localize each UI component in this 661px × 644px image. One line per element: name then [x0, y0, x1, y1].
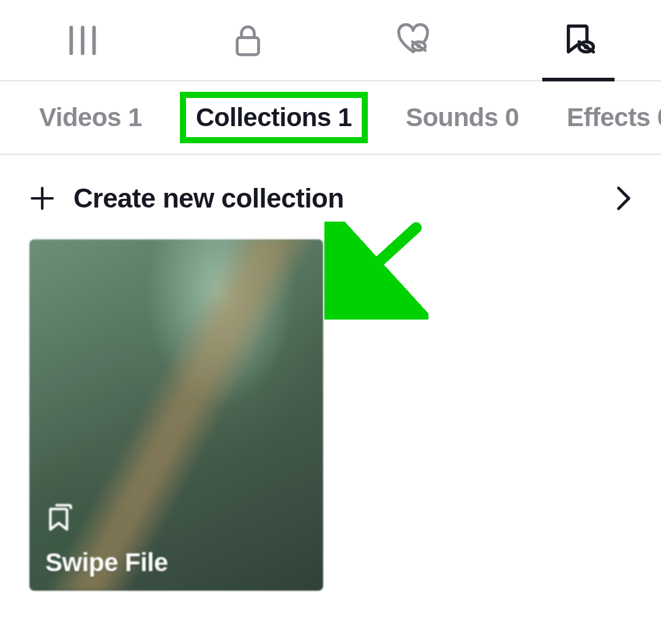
profile-content-tabs	[0, 0, 661, 81]
sub-tab-label: Videos	[39, 103, 121, 132]
sub-tab-collections[interactable]: Collections 1	[180, 92, 368, 143]
bookmark-hidden-icon	[561, 23, 596, 58]
create-collection-left: Create new collection	[29, 183, 344, 214]
sub-tab-label: Collections	[196, 103, 331, 132]
chevron-right-icon	[616, 185, 632, 211]
sub-tab-count: 1	[128, 103, 142, 132]
bookmark-stack-icon	[45, 501, 168, 532]
collection-card[interactable]: Swipe File	[29, 239, 323, 591]
sub-tab-count: 0	[505, 103, 519, 132]
create-collection-button[interactable]: Create new collection	[0, 155, 661, 239]
tab-liked[interactable]	[330, 0, 496, 80]
svg-point-7	[584, 44, 589, 49]
create-collection-label: Create new collection	[73, 183, 344, 214]
saved-sub-tabs: Videos 1 Collections 1 Sounds 0 Effects …	[0, 81, 661, 155]
heart-hidden-icon	[396, 23, 430, 58]
collections-grid: Swipe File	[0, 239, 661, 591]
sub-tab-label: Sounds	[406, 103, 498, 132]
sub-tab-sounds[interactable]: Sounds 0	[396, 98, 529, 137]
sub-tab-videos[interactable]: Videos 1	[29, 98, 152, 137]
tab-saved[interactable]	[496, 0, 661, 80]
collection-card-overlay: Swipe File	[45, 501, 168, 577]
sub-tab-effects[interactable]: Effects 0	[557, 98, 661, 137]
tab-private[interactable]	[165, 0, 330, 80]
plus-icon	[29, 185, 55, 211]
sub-tab-count: 0	[657, 103, 661, 132]
collection-title: Swipe File	[45, 548, 168, 577]
sub-tab-count: 1	[338, 103, 352, 132]
svg-point-5	[417, 43, 421, 48]
svg-rect-3	[237, 37, 259, 54]
feed-icon	[65, 23, 100, 58]
tab-feed[interactable]	[0, 0, 165, 80]
lock-icon	[231, 23, 265, 58]
sub-tab-label: Effects	[567, 103, 651, 132]
